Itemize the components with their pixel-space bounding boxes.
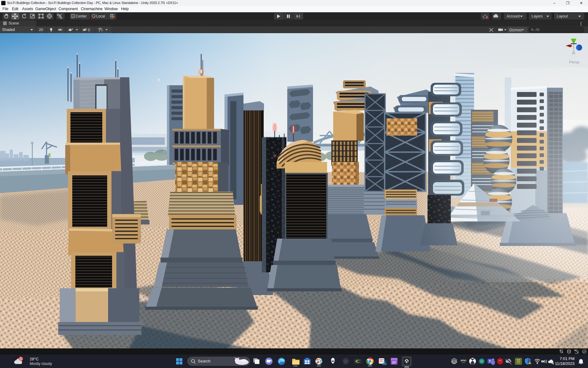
svg-text:Layers: Layers [532,14,543,18]
svg-text:!: ! [530,362,530,364]
svg-text:Persp: Persp [569,60,579,64]
svg-text:Shaded: Shaded [2,28,15,32]
svg-text:All: All [535,28,539,32]
svg-text:T: T [489,359,491,363]
svg-text:2D: 2D [39,28,43,32]
svg-text:Y: Y [101,29,103,32]
svg-text:Layout: Layout [557,14,568,18]
svg-text:Local: Local [96,14,105,18]
svg-text:Search: Search [198,359,210,363]
svg-text:Gizmos: Gizmos [509,28,522,32]
svg-text:Account: Account [507,14,520,18]
svg-text:1: 1 [20,357,22,361]
svg-text:0: 0 [88,28,90,32]
svg-text:Center: Center [76,14,87,18]
svg-text:EPIC: EPIC [461,359,466,362]
